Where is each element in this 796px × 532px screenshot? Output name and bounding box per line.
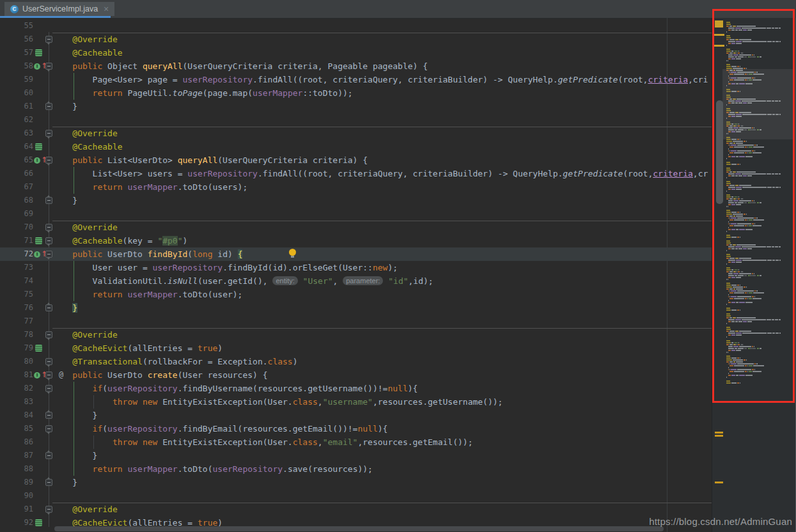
fold-marker[interactable] xyxy=(45,130,52,137)
code-token-txt: } xyxy=(52,102,77,111)
code-text[interactable]: ValidationUtil.isNull(user.getId(), enti… xyxy=(52,274,712,288)
cacheable-gutter-icon[interactable] xyxy=(35,49,42,56)
override-gutter-icon[interactable]: I xyxy=(34,372,40,379)
code-token-kw: return xyxy=(52,464,127,474)
fold-marker[interactable] xyxy=(45,452,52,459)
cacheable-gutter-icon[interactable] xyxy=(35,345,42,352)
fold-marker[interactable] xyxy=(45,412,52,419)
code-text[interactable]: @Cacheable(key = "#p0") xyxy=(52,234,712,247)
fold-marker[interactable] xyxy=(45,36,52,43)
class-icon: C xyxy=(10,5,19,13)
code-text[interactable] xyxy=(52,315,712,328)
code-text[interactable]: @Cacheable xyxy=(52,140,712,153)
code-text[interactable]: Page<User> page = userRepository.findAll… xyxy=(52,73,712,86)
fold-marker[interactable] xyxy=(45,385,52,392)
code-text[interactable]: public UserDto create(User resources) { xyxy=(52,368,712,382)
fold-marker[interactable] xyxy=(45,237,52,244)
code-text[interactable]: @Override xyxy=(52,127,712,140)
code-text[interactable]: } xyxy=(52,194,712,207)
line-number: 61 xyxy=(0,100,33,113)
code-text[interactable]: public Object queryAll(UserQueryCriteria… xyxy=(52,59,712,73)
fold-marker[interactable] xyxy=(45,331,52,338)
horizontal-scrollbar-thumb[interactable] xyxy=(54,526,664,531)
code-text[interactable] xyxy=(52,19,712,33)
code-text[interactable]: List<User> users = userRepository.findAl… xyxy=(52,167,712,180)
code-text[interactable]: public UserDto findById(long id) { xyxy=(52,247,712,261)
fold-marker[interactable] xyxy=(45,197,52,204)
fold-marker[interactable] xyxy=(45,506,52,513)
code-text[interactable]: if(userRepository.findByEmail(resources.… xyxy=(52,422,712,435)
code-editor[interactable]: 5556 @Override57 @Cacheable58I↑ public O… xyxy=(0,18,712,532)
code-line: 80 @Transactional(rollbackFor = Exceptio… xyxy=(0,355,712,368)
code-token-txt: PageUtil. xyxy=(127,88,172,98)
cacheable-gutter-icon[interactable] xyxy=(35,143,42,150)
indent-guide xyxy=(74,73,74,86)
code-token-ann: @Override xyxy=(52,330,118,340)
code-text[interactable]: @Override xyxy=(52,33,712,46)
fold-marker[interactable] xyxy=(45,358,52,365)
fold-marker[interactable] xyxy=(45,479,52,486)
intention-bulb-icon[interactable] xyxy=(289,249,296,256)
code-token-txt: .toDto(user); xyxy=(178,290,243,299)
code-text[interactable]: @Override xyxy=(52,503,712,516)
override-gutter-icon[interactable]: I xyxy=(34,63,40,70)
fold-marker[interactable] xyxy=(45,425,52,432)
gutter: 83 xyxy=(0,395,52,409)
code-line: 70 @Override xyxy=(0,221,712,234)
fold-marker[interactable] xyxy=(45,372,52,379)
annotated-gutter-icon: @ xyxy=(59,368,63,382)
code-text[interactable]: return userMapper.toDto(userRepository.s… xyxy=(52,462,712,476)
line-number: 62 xyxy=(0,113,33,127)
code-text[interactable]: throw new EntityExistException(User.clas… xyxy=(52,435,712,449)
code-line: 85 if(userRepository.findByEmail(resourc… xyxy=(0,422,712,435)
code-token-kw: throw new xyxy=(52,397,162,407)
code-line: 76 } xyxy=(0,301,712,315)
code-text[interactable] xyxy=(52,207,712,221)
tab-close-icon[interactable]: × xyxy=(104,4,109,13)
code-text[interactable]: return userMapper.toDto(user); xyxy=(52,288,712,301)
fold-marker[interactable] xyxy=(45,103,52,110)
line-number: 59 xyxy=(0,73,33,86)
gutter: 91 xyxy=(0,503,52,516)
override-gutter-icon[interactable]: I xyxy=(34,157,40,164)
code-text[interactable]: @Override xyxy=(52,328,712,341)
code-line: 89 } xyxy=(0,476,712,489)
code-text[interactable]: return PageUtil.toPage(page.map(userMapp… xyxy=(52,86,712,100)
fold-marker[interactable] xyxy=(45,63,52,70)
line-number: 65 xyxy=(0,153,33,167)
code-text[interactable] xyxy=(52,489,712,503)
code-text[interactable]: @CacheEvict(allEntries = true) xyxy=(52,341,712,355)
code-text[interactable] xyxy=(52,113,712,127)
code-text[interactable]: return userMapper.toDto(users); xyxy=(52,180,712,194)
code-text[interactable]: } xyxy=(52,301,712,315)
gutter: 56 xyxy=(0,33,52,46)
cacheable-gutter-icon[interactable] xyxy=(35,519,42,526)
code-token-txt: List<UserDto> xyxy=(107,155,178,165)
code-text[interactable]: if(userRepository.findByUsername(resourc… xyxy=(52,382,712,395)
fold-marker[interactable] xyxy=(45,224,52,231)
code-text[interactable]: @Override xyxy=(52,221,712,234)
code-text[interactable]: } xyxy=(52,449,712,462)
code-line: 63 @Override xyxy=(0,127,712,140)
fold-marker[interactable] xyxy=(45,304,52,311)
fold-marker[interactable] xyxy=(45,251,52,258)
code-text[interactable]: } xyxy=(52,409,712,422)
tab-userserviceimpl[interactable]: C UserServiceImpl.java × xyxy=(4,2,114,16)
fold-marker[interactable] xyxy=(45,157,52,164)
gutter: 55 xyxy=(0,19,52,33)
code-text[interactable]: } xyxy=(52,100,712,113)
override-gutter-icon[interactable]: I xyxy=(34,251,40,258)
line-number: 85 xyxy=(0,422,33,435)
gutter: 76 xyxy=(0,301,52,315)
code-text[interactable]: } xyxy=(52,476,712,489)
code-text[interactable]: @Transactional(rollbackFor = Exception.c… xyxy=(52,355,712,368)
code-text[interactable]: @Cacheable xyxy=(52,46,712,59)
code-text[interactable]: public List<UserDto> queryAll(UserQueryC… xyxy=(52,153,712,167)
code-token-decl: create xyxy=(148,370,178,380)
code-text[interactable]: throw new EntityExistException(User.clas… xyxy=(52,395,712,409)
code-text[interactable]: User user = userRepository.findById(id).… xyxy=(52,261,712,274)
code-token-txt: ); xyxy=(387,263,398,272)
code-token-txt: .save(resources)); xyxy=(283,464,373,474)
ide-window: C UserServiceImpl.java × 5556 @Override5… xyxy=(0,0,796,532)
cacheable-gutter-icon[interactable] xyxy=(35,237,42,244)
